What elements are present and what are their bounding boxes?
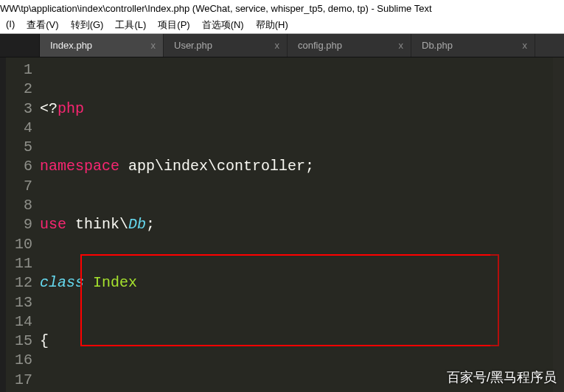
line-number: 1 — [6, 60, 32, 80]
window-title: WW\tp\application\index\controller\Index… — [0, 0, 564, 16]
gutter: 1 2 3 4 5 6 7 8 9 10 11 12 13 14 15 16 1… — [6, 57, 40, 392]
menu-bar: (I) 查看(V) 转到(G) 工具(L) 项目(P) 首选项(N) 帮助(H) — [0, 16, 564, 34]
tab-label: Index.php — [50, 40, 92, 51]
menu-item-goto[interactable]: 转到(G) — [65, 18, 110, 31]
scrollbar[interactable] — [553, 57, 564, 392]
tab-spacer — [0, 34, 40, 57]
tab-index-php[interactable]: Index.php x — [40, 34, 164, 57]
line-number: 17 — [6, 371, 32, 390]
line-number: 13 — [6, 293, 32, 312]
editor-area: 1 2 3 4 5 6 7 8 9 10 11 12 13 14 15 16 1… — [0, 57, 564, 392]
tab-db-php[interactable]: Db.php x — [411, 34, 535, 57]
tab-label: config.php — [298, 40, 342, 51]
code-area[interactable]: <?php namespace app\index\controller; us… — [40, 57, 490, 392]
line-number: 9 — [6, 215, 32, 234]
line-number: 14 — [6, 312, 32, 332]
line-number: 8 — [6, 196, 32, 215]
menu-item-tools[interactable]: 工具(L) — [109, 18, 152, 31]
line-number: 6 — [6, 157, 32, 176]
code-line: class Index — [40, 273, 490, 293]
menu-item-view[interactable]: 查看(V) — [21, 18, 64, 31]
tab-bar: Index.php x User.php x config.php x Db.p… — [0, 34, 564, 57]
menu-item-prefs[interactable]: 首选项(N) — [196, 18, 250, 31]
line-number: 3 — [6, 99, 32, 119]
tab-config-php[interactable]: config.php x — [288, 34, 411, 57]
code-line: { — [40, 332, 490, 351]
tab-user-php[interactable]: User.php x — [164, 34, 288, 57]
menu-item-help[interactable]: 帮助(H) — [250, 18, 294, 31]
menu-item-misc[interactable]: (I) — [0, 18, 21, 31]
code-line: <?php — [40, 99, 490, 119]
menu-item-project[interactable]: 项目(P) — [152, 18, 195, 31]
line-number: 16 — [6, 351, 32, 370]
tab-label: Db.php — [422, 40, 453, 51]
close-icon[interactable]: x — [275, 40, 280, 51]
line-number: 4 — [6, 119, 32, 138]
line-number: 12 — [6, 273, 32, 293]
close-icon[interactable]: x — [523, 40, 528, 51]
code-line: namespace app\index\controller; — [40, 157, 490, 176]
line-number: 7 — [6, 177, 32, 196]
line-number: 5 — [6, 138, 32, 157]
line-number: 10 — [6, 235, 32, 254]
close-icon[interactable]: x — [151, 40, 156, 51]
watermark: 百家号/黑马程序员 — [447, 368, 557, 386]
line-number: 15 — [6, 332, 32, 351]
line-number: 2 — [6, 80, 32, 99]
fold-column — [0, 57, 6, 392]
minimap[interactable] — [490, 57, 553, 392]
line-number: 11 — [6, 254, 32, 273]
tab-label: User.php — [174, 40, 212, 51]
close-icon[interactable]: x — [399, 40, 404, 51]
code-line: use think\Db; — [40, 215, 490, 234]
